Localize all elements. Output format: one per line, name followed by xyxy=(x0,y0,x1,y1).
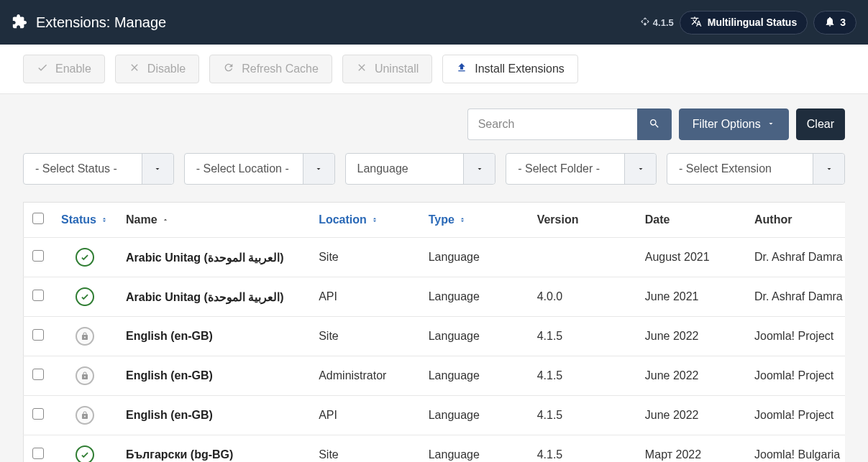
header-left: Extensions: Manage xyxy=(12,14,166,32)
table-row: English (en-GB)SiteLanguage4.1.5June 202… xyxy=(24,317,846,356)
row-name: Arabic Unitag (العربية الموحدة) xyxy=(117,277,310,317)
disable-button[interactable]: Disable xyxy=(115,55,199,83)
sort-icon xyxy=(370,213,378,226)
row-name: Arabic Unitag (العربية الموحدة) xyxy=(117,238,310,277)
select-folder[interactable]: - Select Folder - xyxy=(506,153,657,185)
chevron-down-icon xyxy=(813,154,844,184)
translate-icon xyxy=(690,16,702,29)
header: Extensions: Manage 4.1.5 Multilingual St… xyxy=(0,0,868,45)
content: Filter Options Clear - Select Status - -… xyxy=(0,94,868,462)
row-type: Language xyxy=(420,396,529,435)
status-locked-icon xyxy=(76,327,94,346)
row-status-cell xyxy=(52,277,117,317)
row-date: June 2022 xyxy=(636,396,746,435)
refresh-cache-button[interactable]: Refresh Cache xyxy=(209,55,332,83)
filter-options-label: Filter Options xyxy=(693,118,761,131)
col-status[interactable]: Status xyxy=(52,203,117,238)
install-label: Install Extensions xyxy=(475,63,565,75)
row-checkbox-cell xyxy=(24,396,53,435)
multilingual-label: Multilingual Status xyxy=(708,17,797,28)
joomla-icon xyxy=(640,17,650,29)
search-button[interactable] xyxy=(637,108,672,140)
row-date: June 2022 xyxy=(636,356,746,396)
row-checkbox[interactable] xyxy=(32,408,44,420)
uninstall-button[interactable]: Uninstall xyxy=(342,55,432,83)
filter-options-button[interactable]: Filter Options xyxy=(679,108,789,140)
check-icon xyxy=(37,62,48,76)
select-extension-label: - Select Extension xyxy=(667,162,813,175)
row-location: Site xyxy=(310,238,420,277)
col-status-label: Status xyxy=(61,213,96,226)
row-name: English (en-GB) xyxy=(117,396,310,435)
row-location: API xyxy=(310,277,420,317)
row-date: June 2021 xyxy=(636,277,746,317)
select-type[interactable]: Language xyxy=(345,153,496,185)
row-name: Български (bg-BG) xyxy=(117,435,310,463)
row-type: Language xyxy=(420,356,529,396)
select-status-label: - Select Status - xyxy=(24,162,142,175)
select-status[interactable]: - Select Status - xyxy=(23,153,174,185)
table-row: Български (bg-BG)SiteLanguage4.1.5Март 2… xyxy=(24,435,846,463)
row-checkbox-cell xyxy=(24,317,53,356)
col-date-label: Date xyxy=(645,213,670,226)
disable-label: Disable xyxy=(147,63,186,75)
table-row: English (en-GB)AdministratorLanguage4.1.… xyxy=(24,356,846,396)
col-name[interactable]: Name xyxy=(117,203,310,238)
col-version-label: Version xyxy=(537,213,579,226)
status-enabled-icon[interactable] xyxy=(76,248,94,267)
refresh-icon xyxy=(223,62,234,76)
row-checkbox-cell xyxy=(24,356,53,396)
filter-row-top: Filter Options Clear xyxy=(23,108,845,140)
install-extensions-button[interactable]: Install Extensions xyxy=(442,55,578,83)
page-title: Extensions: Manage xyxy=(36,14,166,31)
row-type: Language xyxy=(420,435,529,463)
row-version: 4.1.5 xyxy=(529,317,636,356)
refresh-label: Refresh Cache xyxy=(242,63,319,75)
select-extension[interactable]: - Select Extension xyxy=(667,153,845,185)
clear-label: Clear xyxy=(807,118,834,131)
select-all-checkbox[interactable] xyxy=(32,213,44,224)
row-checkbox-cell xyxy=(24,238,53,277)
col-author: Author xyxy=(746,203,845,238)
row-type: Language xyxy=(420,317,529,356)
row-checkbox[interactable] xyxy=(32,329,44,341)
col-type[interactable]: Type xyxy=(420,203,529,238)
col-type-label: Type xyxy=(429,213,454,226)
sort-icon xyxy=(457,213,466,226)
select-location[interactable]: - Select Location - xyxy=(184,153,335,185)
col-name-label: Name xyxy=(126,213,157,226)
row-location: Administrator xyxy=(310,356,420,396)
chevron-down-icon xyxy=(142,154,173,184)
row-checkbox[interactable] xyxy=(32,250,44,262)
uninstall-label: Uninstall xyxy=(375,63,419,75)
row-author: Joomla! Project xyxy=(746,396,845,435)
table-wrap: Status Name Location Type xyxy=(23,202,845,462)
status-enabled-icon[interactable] xyxy=(76,445,94,462)
row-type: Language xyxy=(420,277,529,317)
toolbar: Enable Disable Refresh Cache Uninstall I… xyxy=(0,45,868,94)
col-date: Date xyxy=(636,203,746,238)
multilingual-status-button[interactable]: Multilingual Status xyxy=(680,11,808,34)
status-enabled-icon[interactable] xyxy=(76,287,94,306)
col-author-label: Author xyxy=(754,213,792,226)
table-header-row: Status Name Location Type xyxy=(24,203,846,238)
search-input[interactable] xyxy=(467,108,637,140)
enable-button[interactable]: Enable xyxy=(23,55,105,83)
clear-button[interactable]: Clear xyxy=(796,108,845,140)
chevron-down-icon xyxy=(463,154,495,184)
notifications-button[interactable]: 3 xyxy=(813,11,856,34)
row-checkbox[interactable] xyxy=(32,290,44,301)
col-location[interactable]: Location xyxy=(310,203,420,238)
puzzle-icon xyxy=(12,14,27,32)
row-status-cell xyxy=(52,317,117,356)
select-folder-label: - Select Folder - xyxy=(506,162,624,175)
row-author: Joomla! Project xyxy=(746,317,845,356)
row-checkbox-cell xyxy=(24,435,53,463)
row-checkbox[interactable] xyxy=(32,369,44,380)
row-checkbox[interactable] xyxy=(32,448,44,459)
row-location: API xyxy=(310,396,420,435)
times-icon xyxy=(356,62,367,76)
select-type-label: Language xyxy=(346,162,464,175)
version-tag: 4.1.5 xyxy=(640,17,674,29)
row-version: 4.0.0 xyxy=(529,277,636,317)
